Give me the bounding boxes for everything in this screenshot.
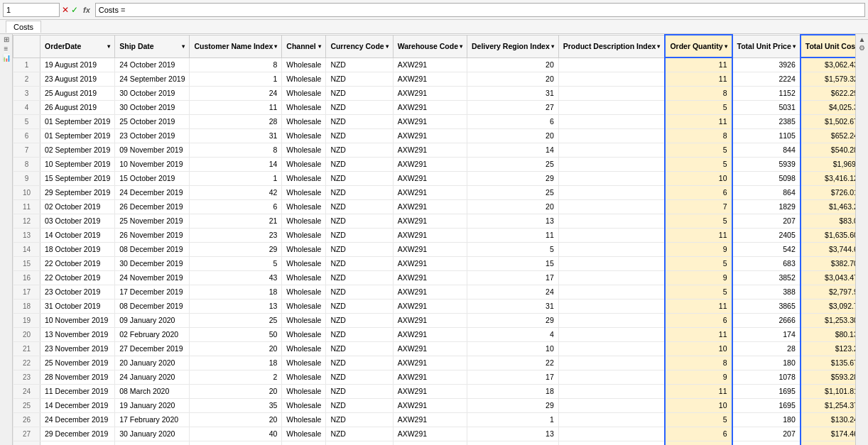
table-row[interactable]: 915 September 201915 October 20191Wholes… xyxy=(13,171,856,185)
filter-icon-channel[interactable]: ▾ xyxy=(318,43,321,50)
table-row[interactable]: 2817 January 202017 January 202056Wholes… xyxy=(13,441,856,445)
table-row[interactable]: 1029 September 201924 December 201942Who… xyxy=(13,185,856,199)
table-cell: 2 xyxy=(190,370,282,384)
table-cell: 02 February 2020 xyxy=(115,327,190,341)
table-icon[interactable]: ≡ xyxy=(4,45,9,53)
order-quantity-cell: 11 xyxy=(665,384,732,398)
filter-icon-currency[interactable]: ▾ xyxy=(386,43,389,50)
table-cell: 23 xyxy=(190,228,282,242)
row-number: 18 xyxy=(13,299,40,313)
table-row[interactable]: 2624 December 201917 February 202020Whol… xyxy=(13,412,856,427)
col-header-channel[interactable]: Channel ▾ xyxy=(282,35,326,57)
col-header-warehouse[interactable]: Warehouse Code ▾ xyxy=(393,35,467,57)
unit-price-cell: 3926 xyxy=(732,57,801,72)
table-row[interactable]: 1314 October 201926 November 201923Whole… xyxy=(13,228,856,242)
grid-icon[interactable]: ⊞ xyxy=(4,35,9,43)
table-cell: 19 January 2020 xyxy=(115,398,190,412)
table-row[interactable]: 325 August 201930 October 201924Wholesal… xyxy=(13,86,856,100)
table-row[interactable]: 223 August 201924 September 20191Wholesa… xyxy=(13,72,856,86)
unit-price-cell: 2224 xyxy=(732,72,801,86)
col-header-totalunitcost[interactable]: Total Unit Cost ▾ xyxy=(801,35,855,57)
filter-icon-shipdate[interactable]: ▾ xyxy=(182,43,185,50)
table-cell: 30 January 2020 xyxy=(115,427,190,441)
settings-icon[interactable]: ⚙ xyxy=(859,44,865,52)
table-row[interactable]: 2225 November 201920 January 202018Whole… xyxy=(13,356,856,370)
cancel-icon[interactable]: ✕ xyxy=(62,5,69,15)
table-cell: 1 xyxy=(467,412,559,427)
table-row[interactable]: 501 September 201925 October 201928Whole… xyxy=(13,114,856,128)
table-cell: 25 xyxy=(467,157,559,171)
table-row[interactable]: 1418 October 201908 December 201929Whole… xyxy=(13,242,856,256)
col-header-delivery[interactable]: Delivery Region Index ▾ xyxy=(467,35,559,57)
table-row[interactable]: 2013 November 201902 February 202050Whol… xyxy=(13,327,856,341)
table-cell: Wholesale xyxy=(282,384,326,398)
table-row[interactable]: 810 September 201910 November 201914Whol… xyxy=(13,157,856,171)
table-row[interactable]: 2328 November 201924 January 20202Wholes… xyxy=(13,370,856,384)
row-number: 5 xyxy=(13,114,40,128)
table-cell: 24 xyxy=(190,86,282,100)
col-header-unitprice[interactable]: Total Unit Price ▾ xyxy=(732,35,801,57)
table-row[interactable]: 1102 October 201926 December 20196Wholes… xyxy=(13,199,856,214)
col-header-currency[interactable]: Currency Code ▾ xyxy=(326,35,393,57)
filter-icon-customer[interactable]: ▾ xyxy=(274,43,277,50)
table-cell: 56 xyxy=(190,441,282,445)
table-cell xyxy=(558,384,665,398)
table-row[interactable]: 2514 December 201919 January 202035Whole… xyxy=(13,398,856,412)
table-cell: 31 October 2019 xyxy=(40,299,115,313)
col-header-customer[interactable]: Customer Name Index ▾ xyxy=(190,35,282,57)
col-header-orderqty[interactable]: Order Quantity ▾ xyxy=(665,35,732,57)
fx-label: fx xyxy=(80,6,93,14)
table-row[interactable]: 2123 November 201927 December 201920Whol… xyxy=(13,341,856,356)
filter-icon-warehouse[interactable]: ▾ xyxy=(460,43,462,50)
table-row[interactable]: 1203 October 201925 November 201921Whole… xyxy=(13,214,856,228)
order-quantity-cell: 11 xyxy=(665,327,732,341)
table-row[interactable]: 119 August 201924 October 20198Wholesale… xyxy=(13,57,856,72)
table-cell: Wholesale xyxy=(282,398,326,412)
table-row[interactable]: 1831 October 201908 December 201913Whole… xyxy=(13,299,856,313)
table-row[interactable]: 2729 December 201930 January 202040Whole… xyxy=(13,427,856,441)
order-quantity-cell: 8 xyxy=(665,356,732,370)
table-cell: 25 November 2019 xyxy=(40,356,115,370)
table-row[interactable]: 601 September 201923 October 201931Whole… xyxy=(13,128,856,143)
total-unit-cost-cell: $1,463.28 xyxy=(801,199,855,214)
order-quantity-cell: 8 xyxy=(665,128,732,143)
table-scroll[interactable]: OrderDate ▾ Ship Date ▾ xyxy=(13,34,855,445)
filter-icon-orderdate[interactable]: ▾ xyxy=(107,43,110,50)
col-header-product[interactable]: Product Description Index ▾ xyxy=(558,35,665,57)
total-unit-cost-cell: $593.285 xyxy=(801,370,855,384)
table-row[interactable]: 702 September 201909 November 20198Whole… xyxy=(13,143,856,157)
table-row[interactable]: 1622 October 201924 November 201943Whole… xyxy=(13,270,856,285)
costs-tab[interactable]: Costs xyxy=(6,21,41,33)
formula-input[interactable]: Costs = xyxy=(95,3,865,17)
total-unit-cost-cell: $3,092.72 xyxy=(801,299,855,313)
table-row[interactable]: 1910 November 201909 January 202025Whole… xyxy=(13,313,856,327)
col-header-orderdate[interactable]: OrderDate ▾ xyxy=(40,35,115,57)
col-header-shipdate[interactable]: Ship Date ▾ xyxy=(115,35,190,57)
table-row[interactable]: 426 August 201930 October 201911Wholesal… xyxy=(13,100,856,114)
table-cell: 25 October 2019 xyxy=(115,114,190,128)
filter-icon-delivery[interactable]: ▾ xyxy=(551,43,554,50)
filter-icon-unitprice[interactable]: ▾ xyxy=(793,43,796,50)
confirm-icon[interactable]: ✓ xyxy=(71,5,78,15)
table-cell: AXW291 xyxy=(393,285,467,299)
table-cell: Wholesale xyxy=(282,128,326,143)
table-cell: Wholesale xyxy=(282,86,326,100)
table-cell: 01 September 2019 xyxy=(40,114,115,128)
unit-price-cell: 3852 xyxy=(732,270,801,285)
name-box[interactable]: 1 xyxy=(3,3,60,17)
table-cell xyxy=(558,327,665,341)
table-row[interactable]: 1522 October 201930 December 20195Wholes… xyxy=(13,256,856,270)
chart-icon[interactable]: 📊 xyxy=(2,54,11,62)
unit-price-cell: 3865 xyxy=(732,299,801,313)
table-cell: AXW291 xyxy=(393,441,467,445)
table-cell: 25 xyxy=(467,185,559,199)
scroll-up-icon[interactable]: ▲ xyxy=(859,35,866,43)
filter-icon-orderqty[interactable]: ▾ xyxy=(725,43,727,50)
filter-icon-product[interactable]: ▾ xyxy=(657,43,660,50)
table-cell: 20 xyxy=(467,57,559,72)
table-cell: Wholesale xyxy=(282,185,326,199)
table-cell: Wholesale xyxy=(282,100,326,114)
table-row[interactable]: 1723 October 201917 December 201918Whole… xyxy=(13,285,856,299)
order-quantity-cell: 11 xyxy=(665,72,732,86)
table-row[interactable]: 2411 December 201908 March 202020Wholesa… xyxy=(13,384,856,398)
